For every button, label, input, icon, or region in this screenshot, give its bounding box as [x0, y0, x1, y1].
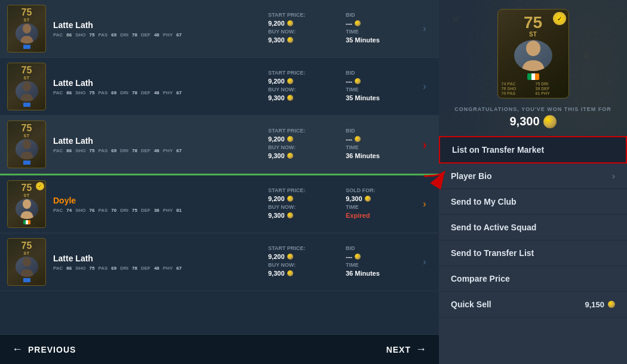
coin-icon — [287, 20, 293, 26]
card-rating: 75 — [21, 183, 32, 193]
buy-now-value: 9,300 — [268, 36, 285, 44]
price-info: START PRICE: 9,200 BUY NOW: 9,300 SOLD F… — [268, 187, 405, 221]
menu-item-send-active-squad[interactable]: Send to Active Squad — [439, 215, 627, 240]
player-info: Latte Lath PAC86 SHO75 PAS69 DRI78 DEF48… — [53, 136, 268, 153]
coin-icon — [355, 136, 361, 142]
coin-icon — [287, 153, 293, 159]
next-label: NEXT — [386, 345, 411, 354]
menu-item-player-bio[interactable]: Player Bio › — [439, 164, 627, 189]
coin-icon-quick-sell — [608, 301, 615, 308]
stats-display: PAC74 SHO76 PAS70 DRI75 DEF38 PHY81 — [53, 208, 268, 213]
card-position: ST — [24, 193, 30, 198]
player-row[interactable]: 75 ST Latte Lath — [0, 233, 439, 291]
menu-item-send-transfer-list[interactable]: Send to Transfer List — [439, 240, 627, 266]
player-info: Latte Lath PAC86 SHO75 PAS69 DRI78 DEF48… — [53, 78, 268, 95]
player-info: Latte Lath PAC86 SHO75 PAS69 DRI78 DEF48… — [53, 254, 268, 271]
featured-rating: 75 — [524, 14, 542, 31]
player-image — [16, 81, 38, 101]
player-row-selected[interactable]: 75 ST Latte Lath — [0, 116, 439, 174]
card-rating: 75 — [21, 8, 32, 17]
previous-button[interactable]: ← PREVIOUS — [12, 343, 76, 356]
buy-now-label: BUY NOW: — [268, 29, 307, 35]
card-flag — [23, 45, 30, 49]
coin-icon — [355, 20, 361, 26]
bid-label: BID — [346, 12, 355, 18]
menu-item-send-my-club[interactable]: Send to My Club — [439, 189, 627, 215]
svg-text:✕: ✕ — [451, 13, 461, 26]
stats-display: PAC86 SHO75 PAS69 DRI78 DEF48 PHY67 — [53, 148, 268, 153]
player-image — [16, 139, 38, 159]
menu-item-list-transfer[interactable]: List on Transfer Market — [439, 136, 627, 164]
featured-stats: 74 PAC 75 DRI 76 SHO 38 DEF 70 PAS — [502, 82, 565, 95]
time-label: TIME — [346, 29, 359, 35]
coin-icon — [355, 254, 361, 260]
featured-flag-ireland — [527, 73, 539, 80]
featured-position: ST — [529, 31, 537, 38]
player-list-scroll[interactable]: 75 ST Latte Lath — [0, 0, 439, 334]
row-arrow[interactable]: › — [417, 79, 432, 94]
player-card-mini: 75 ST ✓ — [7, 180, 46, 228]
context-menu: List on Transfer Market Player Bio › Sen… — [439, 136, 627, 364]
card-position: ST — [24, 251, 30, 255]
row-arrow-doyle[interactable]: › — [417, 197, 432, 211]
featured-player-card: 75 ST 74 PAC 75 DRI — [497, 9, 569, 98]
card-position: ST — [24, 18, 30, 22]
previous-arrow-icon: ← — [12, 343, 23, 356]
coin-icon — [287, 37, 293, 43]
congrats-section: CONGRATULATIONS, YOU'VE WON THIS ITEM FO… — [439, 101, 627, 133]
svg-point-3 — [23, 199, 31, 209]
svg-point-1 — [23, 82, 31, 91]
card-flag — [23, 161, 30, 165]
row-arrow[interactable]: › — [417, 255, 432, 269]
coin-icon — [365, 196, 371, 202]
previous-label: PREVIOUS — [28, 345, 76, 354]
row-arrow-active[interactable]: › — [417, 137, 432, 152]
menu-item-quick-sell[interactable]: Quick Sell 9,150 — [439, 292, 627, 317]
coin-icon — [287, 136, 293, 142]
stats-display: PAC86 SHO75 PAS69 DRI78 DEF48 PHY67 — [53, 266, 268, 271]
right-panel: ✕ ✕ ✕ ✕ ✕ ✕ ✕ ✕ ✕ 75 ST — [439, 0, 627, 364]
menu-item-compare-price-label: Compare Price — [451, 274, 510, 283]
card-position: ST — [24, 134, 30, 138]
svg-point-14 — [526, 41, 540, 56]
svg-text:✕: ✕ — [606, 78, 611, 85]
player-row-doyle[interactable]: 75 ST ✓ Doyle — [0, 175, 439, 233]
coin-icon — [287, 95, 293, 101]
card-flag — [23, 278, 30, 282]
menu-item-send-my-club-label: Send to My Club — [451, 197, 517, 206]
svg-text:✕: ✕ — [487, 42, 491, 49]
svg-text:✕: ✕ — [469, 71, 475, 79]
player-card-mini: 75 ST — [7, 5, 46, 53]
time-value: 35 Minutes — [346, 36, 380, 44]
featured-player-image — [514, 40, 552, 71]
row-arrow[interactable]: › — [417, 21, 432, 36]
bid-value: --- — [346, 20, 352, 27]
player-row[interactable]: 75 ST Latte Lath — [0, 58, 439, 116]
stats-display: PAC86 SHO75 PAS69 DRI78 DEF48 PHY67 — [53, 32, 268, 38]
price-info: START PRICE: 9,200 BUY NOW: 9,300 — [268, 12, 405, 45]
player-name: Latte Lath — [53, 20, 268, 30]
won-amount: 9,300 — [509, 115, 539, 128]
card-rating: 75 — [21, 124, 32, 133]
card-rating: 75 — [21, 241, 32, 251]
player-row[interactable]: 75 ST Latte Lath — [0, 0, 439, 58]
svg-text:✕: ✕ — [594, 29, 600, 38]
quick-sell-price: 9,150 — [585, 300, 604, 309]
coin-icon — [287, 254, 293, 260]
time-expired: Expired — [346, 212, 370, 219]
svg-point-4 — [23, 257, 31, 267]
menu-item-list-transfer-label: List on Transfer Market — [452, 145, 544, 155]
player-image — [16, 199, 38, 219]
start-price-label: START PRICE: — [268, 12, 307, 18]
menu-item-compare-price[interactable]: Compare Price — [439, 266, 627, 292]
card-badge: ✓ — [36, 182, 44, 190]
menu-item-player-bio-label: Player Bio — [451, 171, 491, 181]
player-info: Doyle PAC74 SHO76 PAS70 DRI75 DEF38 PHY8… — [53, 196, 268, 213]
player-image — [16, 257, 38, 277]
price-info: START PRICE: 9,200 BUY NOW: 9,300 BID --… — [268, 128, 405, 161]
menu-item-send-transfer-list-label: Send to Transfer List — [451, 248, 534, 258]
player-card-mini: 75 ST — [7, 121, 46, 168]
next-button[interactable]: NEXT → — [386, 343, 427, 356]
player-card-mini: 75 ST — [7, 63, 46, 110]
stats-display: PAC86 SHO75 PAS69 DRI78 DEF48 PHY67 — [53, 90, 268, 95]
